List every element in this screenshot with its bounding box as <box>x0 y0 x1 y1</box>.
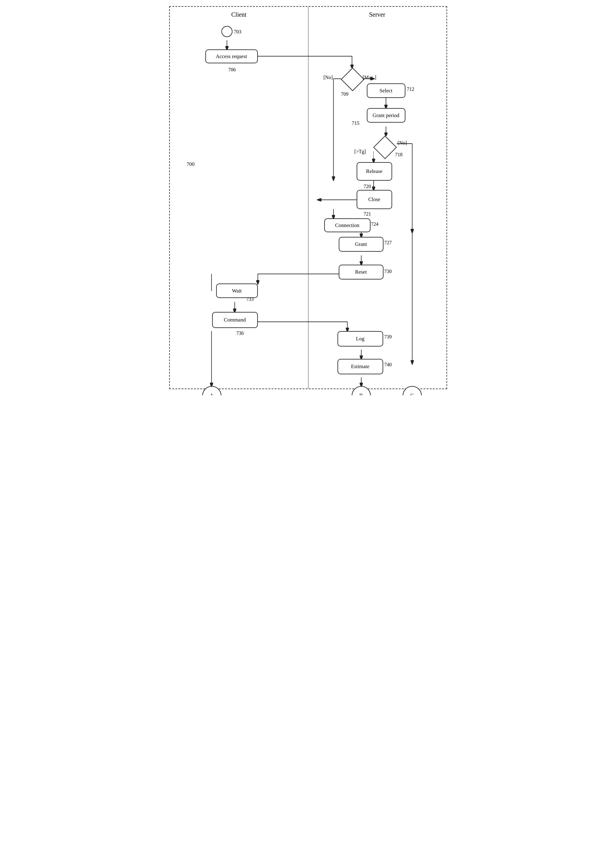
server-column-label: Server <box>308 7 446 18</box>
start-circle <box>222 26 232 37</box>
start-label: 703 <box>234 29 241 35</box>
access-request-box: Access request <box>205 49 258 63</box>
diamond1-num-label: 709 <box>341 91 349 97</box>
log-box: Log <box>337 331 383 346</box>
select-box: Select <box>367 83 405 98</box>
terminal-b: B <box>352 386 371 395</box>
reset-label: 730 <box>384 269 392 274</box>
estimate-box: Estimate <box>337 359 383 374</box>
close-box: Close <box>357 190 392 209</box>
command-label: 736 <box>237 331 244 336</box>
command-box: Command <box>212 312 258 328</box>
diamond2-no-label: [No] <box>398 140 407 146</box>
grant-period-box: Grant period <box>367 108 405 123</box>
column-divider <box>308 7 308 389</box>
wait-label: 733 <box>246 296 254 302</box>
reset-box: Reset <box>339 265 384 279</box>
access-request-label: 706 <box>229 67 236 73</box>
grant-period-label: 715 <box>352 120 360 126</box>
diamond2 <box>373 136 395 158</box>
diamond1-max-label: [Max.] <box>363 75 376 80</box>
diagram-number-label: 700 <box>187 161 195 167</box>
log-label: 739 <box>384 334 392 340</box>
diamond1 <box>341 68 363 90</box>
connection-label: 724 <box>371 222 379 227</box>
diamond1-no-label: [No] <box>323 75 333 80</box>
connection-box: Connection <box>324 219 370 232</box>
client-column-label: Client <box>170 7 308 18</box>
estimate-label: 740 <box>384 362 392 367</box>
diamond2-tg-label: [>Tg] <box>355 149 366 155</box>
diamond2-num-label: 718 <box>395 152 403 158</box>
grant-box: Grant <box>339 237 384 252</box>
terminal-a: A <box>202 386 222 395</box>
select-label: 712 <box>407 87 414 92</box>
wait-box: Wait <box>216 284 258 298</box>
close-label: 721 <box>364 211 371 217</box>
diagram-container: Client Server <box>169 6 447 389</box>
release-box: Release <box>357 162 392 181</box>
grant-label: 727 <box>384 240 392 246</box>
terminal-c: C <box>403 386 422 395</box>
release-label: 720 <box>364 184 371 189</box>
